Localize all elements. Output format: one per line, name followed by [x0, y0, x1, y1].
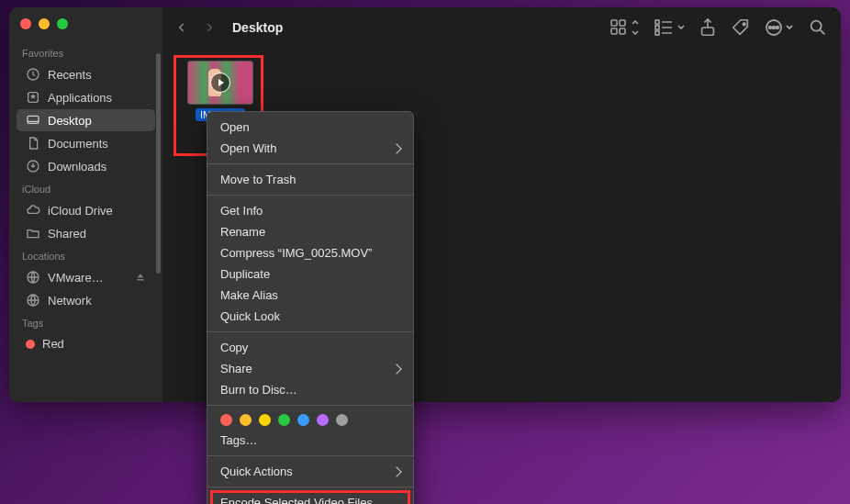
svg-point-23 — [811, 21, 822, 31]
sidebar: Favorites Recents Applications Desktop D… — [9, 7, 162, 402]
menu-item-open-with[interactable]: Open With — [207, 138, 413, 159]
group-by-button[interactable] — [654, 17, 685, 38]
finder-window: Favorites Recents Applications Desktop D… — [9, 7, 841, 402]
downloads-icon — [26, 159, 40, 174]
menu-item-quick-actions[interactable]: Quick Actions — [207, 461, 413, 482]
svg-rect-13 — [655, 31, 659, 35]
svg-rect-9 — [611, 28, 617, 34]
svg-rect-11 — [655, 20, 659, 24]
tag-gray[interactable] — [336, 414, 348, 426]
sidebar-item-vmware[interactable]: VMware… — [17, 266, 155, 288]
menu-separator — [207, 331, 413, 332]
sidebar-item-downloads[interactable]: Downloads — [17, 155, 155, 177]
menu-tag-colors — [207, 410, 413, 430]
view-icons-button[interactable] — [610, 17, 641, 38]
eject-icon[interactable] — [135, 272, 146, 283]
close-window-button[interactable] — [20, 18, 31, 29]
svg-rect-7 — [611, 20, 617, 26]
menu-item-make-alias[interactable]: Make Alias — [207, 285, 413, 306]
sidebar-item-label: VMware… — [48, 271, 104, 285]
action-menu-button[interactable] — [764, 17, 795, 38]
sidebar-item-tag-red[interactable]: Red — [17, 333, 155, 354]
sidebar-item-recents[interactable]: Recents — [17, 63, 155, 85]
tag-blue[interactable] — [297, 414, 309, 426]
tag-green[interactable] — [278, 414, 290, 426]
svg-rect-10 — [620, 28, 625, 34]
search-button[interactable] — [808, 17, 828, 38]
forward-button[interactable] — [203, 21, 216, 34]
minimize-window-button[interactable] — [39, 18, 50, 29]
menu-item-open[interactable]: Open — [207, 117, 413, 138]
window-controls — [9, 15, 162, 42]
svg-point-20 — [769, 27, 772, 29]
menu-item-burn-to-disc[interactable]: Burn to Disc… — [207, 379, 413, 400]
sidebar-item-label: Documents — [48, 137, 108, 151]
svg-rect-2 — [28, 116, 39, 123]
menu-item-duplicate[interactable]: Duplicate — [207, 263, 413, 285]
svg-point-21 — [773, 27, 776, 29]
sidebar-section-icloud: iCloud — [9, 178, 162, 198]
sidebar-item-desktop[interactable]: Desktop — [17, 109, 155, 131]
fullscreen-window-button[interactable] — [57, 18, 68, 29]
sidebar-item-network[interactable]: Network — [17, 289, 155, 311]
svg-rect-17 — [702, 28, 714, 35]
menu-item-encode-video[interactable]: Encode Selected Video Files — [207, 492, 413, 504]
window-title: Desktop — [232, 20, 283, 35]
sidebar-item-label: Red — [42, 337, 64, 351]
shared-folder-icon — [26, 226, 40, 241]
sidebar-item-shared[interactable]: Shared — [17, 222, 155, 244]
svg-rect-12 — [655, 26, 659, 29]
sidebar-item-label: Recents — [48, 68, 92, 82]
menu-item-rename[interactable]: Rename — [207, 221, 413, 242]
menu-separator — [207, 405, 413, 406]
desktop-icon — [26, 113, 40, 128]
context-menu: Open Open With Move to Trash Get Info Re… — [207, 111, 414, 504]
sidebar-section-tags: Tags — [9, 312, 162, 332]
sidebar-item-applications[interactable]: Applications — [17, 86, 155, 108]
cloud-icon — [26, 203, 40, 218]
sidebar-item-label: Network — [48, 294, 92, 308]
menu-item-quick-look[interactable]: Quick Look — [207, 306, 413, 327]
svg-point-18 — [743, 23, 745, 26]
share-button[interactable] — [698, 17, 718, 38]
menu-item-share[interactable]: Share — [207, 358, 413, 379]
sidebar-item-label: Desktop — [48, 114, 92, 128]
network-icon — [26, 293, 40, 308]
tag-purple[interactable] — [317, 414, 329, 426]
sidebar-item-label: Downloads — [48, 160, 106, 174]
sidebar-item-documents[interactable]: Documents — [17, 132, 155, 154]
sidebar-item-label: iCloud Drive — [48, 204, 113, 218]
menu-separator — [207, 163, 413, 164]
menu-item-get-info[interactable]: Get Info — [207, 200, 413, 221]
sidebar-item-icloud-drive[interactable]: iCloud Drive — [17, 199, 155, 221]
menu-item-copy[interactable]: Copy — [207, 337, 413, 358]
globe-icon — [26, 270, 40, 285]
video-thumbnail[interactable] — [187, 61, 253, 105]
sidebar-item-label: Shared — [48, 227, 86, 241]
svg-rect-8 — [620, 20, 625, 26]
tag-red[interactable] — [220, 414, 232, 426]
menu-item-compress[interactable]: Compress “IMG_0025.MOV” — [207, 242, 413, 263]
tag-yellow[interactable] — [259, 414, 271, 426]
play-icon — [210, 73, 230, 93]
sidebar-item-label: Applications — [48, 91, 112, 105]
chevron-right-icon — [391, 364, 401, 374]
sidebar-section-favorites: Favorites — [9, 42, 162, 62]
menu-separator — [207, 455, 413, 456]
svg-point-22 — [777, 27, 779, 29]
menu-item-move-to-trash[interactable]: Move to Trash — [207, 169, 413, 190]
menu-separator — [207, 195, 413, 196]
tag-color-icon — [26, 340, 35, 349]
app-icon — [26, 90, 40, 105]
chevron-right-icon — [391, 143, 401, 153]
tags-button[interactable] — [731, 17, 751, 38]
menu-item-tags[interactable]: Tags… — [207, 430, 413, 451]
sidebar-scrollbar[interactable] — [156, 53, 161, 274]
menu-separator — [207, 487, 413, 487]
document-icon — [26, 136, 40, 151]
clock-icon — [26, 67, 40, 82]
toolbar: Desktop — [162, 7, 841, 48]
back-button[interactable] — [175, 21, 188, 34]
tag-orange[interactable] — [240, 414, 252, 426]
chevron-right-icon — [391, 466, 401, 476]
